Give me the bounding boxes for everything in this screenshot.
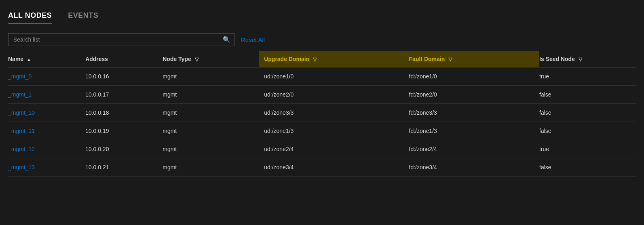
nodes-table-container: Name ▲ Address Node Type ▽ Upgrade Domai… (0, 51, 644, 177)
cell-fault: fd:/zone3/3 (404, 104, 539, 122)
cell-address: 10.0.0.19 (85, 122, 163, 140)
cell-nodetype: mgmt (163, 86, 259, 104)
filter-upgrade-icon: ▽ (313, 57, 317, 62)
table-row: _mgmt_1310.0.0.21mgmtud:/zone3/4fd:/zone… (8, 158, 636, 177)
cell-seed: true (539, 67, 636, 86)
cell-name[interactable]: _mgmt_12 (8, 140, 85, 158)
col-header-fault[interactable]: Fault Domain ▽ (404, 51, 539, 67)
cell-upgrade: ud:/zone2/4 (259, 140, 404, 158)
cell-nodetype: mgmt (163, 140, 259, 158)
cell-fault: fd:/zone1/0 (404, 67, 539, 86)
cell-fault: fd:/zone1/3 (404, 122, 539, 140)
table-row: _mgmt_1010.0.0.18mgmtud:/zone3/3fd:/zone… (8, 104, 636, 122)
cell-address: 10.0.0.20 (85, 140, 163, 158)
cell-nodetype: mgmt (163, 104, 259, 122)
cell-upgrade: ud:/zone1/3 (259, 122, 404, 140)
cell-name[interactable]: _mgmt_1 (8, 86, 85, 104)
table-row: _mgmt_010.0.0.16mgmtud:/zone1/0fd:/zone1… (8, 67, 636, 86)
col-header-name[interactable]: Name ▲ (8, 51, 85, 67)
filter-fault-icon: ▽ (448, 57, 452, 62)
cell-address: 10.0.0.18 (85, 104, 163, 122)
reset-all-button[interactable]: Reset All (241, 36, 265, 43)
sort-asc-icon: ▲ (27, 57, 31, 62)
tab-events[interactable]: EVENTS (68, 11, 98, 24)
tab-all-nodes[interactable]: ALL NODES (8, 11, 52, 24)
cell-seed: false (539, 122, 636, 140)
cell-address: 10.0.0.21 (85, 158, 163, 177)
col-header-upgrade[interactable]: Upgrade Domain ▽ (259, 51, 404, 67)
search-icon: 🔍 (223, 36, 230, 43)
cell-seed: false (539, 104, 636, 122)
cell-seed: false (539, 86, 636, 104)
table-header-row: Name ▲ Address Node Type ▽ Upgrade Domai… (8, 51, 636, 67)
cell-name[interactable]: _mgmt_13 (8, 158, 85, 177)
filter-seed-icon: ▽ (579, 57, 582, 62)
cell-nodetype: mgmt (163, 158, 259, 177)
cell-fault: fd:/zone2/0 (404, 86, 539, 104)
cell-nodetype: mgmt (163, 67, 259, 86)
cell-address: 10.0.0.16 (85, 67, 163, 86)
cell-upgrade: ud:/zone3/3 (259, 104, 404, 122)
cell-upgrade: ud:/zone3/4 (259, 158, 404, 177)
cell-seed: true (539, 140, 636, 158)
table-body: _mgmt_010.0.0.16mgmtud:/zone1/0fd:/zone1… (8, 67, 636, 177)
col-header-seed[interactable]: Is Seed Node ▽ (539, 51, 636, 67)
filter-nodetype-icon: ▽ (195, 57, 198, 62)
cell-name[interactable]: _mgmt_10 (8, 104, 85, 122)
cell-fault: fd:/zone3/4 (404, 158, 539, 177)
table-row: _mgmt_110.0.0.17mgmtud:/zone2/0fd:/zone2… (8, 86, 636, 104)
cell-upgrade: ud:/zone1/0 (259, 67, 404, 86)
col-header-nodetype[interactable]: Node Type ▽ (163, 51, 259, 67)
cell-upgrade: ud:/zone2/0 (259, 86, 404, 104)
cell-seed: false (539, 158, 636, 177)
nodes-table: Name ▲ Address Node Type ▽ Upgrade Domai… (8, 51, 636, 177)
col-header-address[interactable]: Address (85, 51, 163, 67)
cell-fault: fd:/zone2/4 (404, 140, 539, 158)
tab-bar: ALL NODES EVENTS (0, 0, 644, 24)
cell-nodetype: mgmt (163, 122, 259, 140)
cell-name[interactable]: _mgmt_11 (8, 122, 85, 140)
search-wrapper: 🔍 (8, 33, 234, 46)
cell-name[interactable]: _mgmt_0 (8, 67, 85, 86)
search-area: 🔍 Reset All (0, 24, 644, 51)
search-input[interactable] (8, 33, 234, 46)
table-row: _mgmt_1110.0.0.19mgmtud:/zone1/3fd:/zone… (8, 122, 636, 140)
table-row: _mgmt_1210.0.0.20mgmtud:/zone2/4fd:/zone… (8, 140, 636, 158)
cell-address: 10.0.0.17 (85, 86, 163, 104)
